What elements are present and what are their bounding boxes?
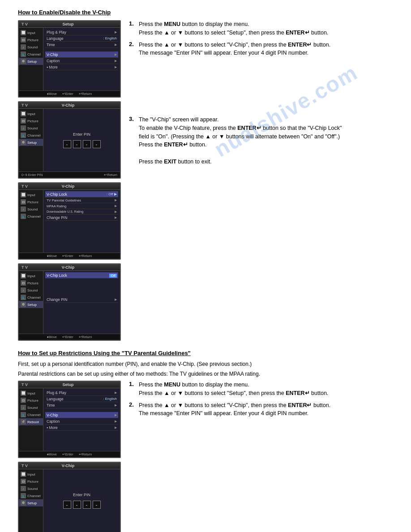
section1-title: How to Enable/Disable the V-Chip bbox=[18, 9, 393, 16]
picture-icon-pin-2: 🖼 bbox=[21, 479, 26, 484]
menu-item-more: ▪ More▶ bbox=[45, 64, 118, 70]
footer-return: ↩Return bbox=[79, 92, 92, 96]
tv-body-1: ⬜ Input 🖼 Picture ♪ Sound 📺 Channel bbox=[19, 28, 120, 90]
menu-item-plug: Plug & Play▶ bbox=[45, 29, 118, 35]
pin-box-2-2: - bbox=[73, 501, 81, 509]
sidebar-reboot-s2-1: ↺ Reboot bbox=[19, 418, 43, 425]
tv-label-2: T V bbox=[21, 103, 28, 107]
menu-more-s2: ▪ More▶ bbox=[45, 425, 118, 431]
setup-icon-pin-2: ⚙ bbox=[21, 500, 26, 506]
section2-intro2: Parental restrictions can be set up usin… bbox=[18, 371, 393, 377]
sound-icon-s2-1: ♪ bbox=[21, 405, 26, 410]
tv-screen-setup-2: T V Setup ⬜ Input 🖼 Picture ♪ So bbox=[18, 381, 121, 458]
tv-sidebar-s2-1: ⬜ Input 🖼 Picture ♪ Sound 📺 Channel bbox=[19, 388, 43, 451]
sidebar-setup-4: ⚙ Setup bbox=[19, 301, 43, 308]
footer-return-4: ↩Return bbox=[79, 335, 92, 339]
tv-label-s2-1: T V bbox=[21, 382, 28, 387]
sidebar-sound-pin-2: ♪ Sound bbox=[19, 485, 43, 492]
tv-body-vchip-off: ⬜ Input 🖼 Picture ♪ Sound 📺 Channel bbox=[19, 271, 120, 334]
tv-sidebar-vchip: ⬜ Input 🖼 Picture ♪ Sound 📺 Channel bbox=[19, 190, 43, 253]
pin-box-3: - bbox=[83, 140, 91, 148]
menu-caption-s2: Caption▶ bbox=[45, 418, 118, 425]
footer-move: ♦Move bbox=[47, 92, 57, 96]
picture-icon-3: 🖼 bbox=[21, 199, 26, 205]
step-num-1-2: 2. bbox=[129, 41, 136, 47]
reboot-icon-s2-1: ↺ bbox=[21, 419, 26, 425]
sidebar-picture-4: 🖼 Picture bbox=[19, 279, 43, 287]
sidebar-channel-2: 📺 Channel bbox=[19, 132, 43, 139]
picture-icon-s2-1: 🖼 bbox=[21, 398, 26, 403]
sidebar-setup-2: ⚙ Setup bbox=[19, 139, 43, 146]
input-icon-pin-2: ⬜ bbox=[21, 472, 26, 477]
section1-content: T V Setup ⬜ Input 🖼 Picture ♪ So bbox=[18, 20, 393, 341]
step-text-1-1: Press the MENU button to display the men… bbox=[139, 20, 328, 37]
input-icon-3: ⬜ bbox=[21, 192, 26, 197]
sidebar-picture-pin-2: 🖼 Picture bbox=[19, 478, 43, 485]
tv-label-pin-2: T V bbox=[21, 463, 28, 468]
step-1-1: 1. Press the MENU button to display the … bbox=[129, 20, 393, 37]
step-num-1-1: 1. bbox=[129, 20, 136, 27]
tv-sidebar-pin-1: ⬜ Input 🖼 Picture ♪ Sound 📺 Channel bbox=[19, 109, 43, 172]
channel-icon-2: 📺 bbox=[21, 133, 26, 138]
footer-enter: ↵Enter bbox=[62, 92, 73, 96]
tv-pin-area-2: Enter PIN - - - - bbox=[43, 469, 120, 532]
tv-screen-header-s2-1: T V Setup bbox=[19, 382, 120, 388]
picture-icon-2: 🖼 bbox=[21, 118, 26, 124]
tv-screen-setup-1: T V Setup ⬜ Input 🖼 Picture ♪ So bbox=[18, 20, 121, 98]
section1-screens: T V Setup ⬜ Input 🖼 Picture ♪ So bbox=[18, 20, 121, 341]
pin-box-2-1: - bbox=[63, 501, 71, 509]
step-num-1-3: 3. bbox=[129, 116, 136, 122]
menu-item-blank bbox=[45, 48, 118, 51]
sidebar-input-pin-2: ⬜ Input bbox=[19, 471, 43, 478]
menu-vchip-lock-off: V-Chip Lock Off bbox=[45, 272, 118, 279]
sound-icon-2: ♪ bbox=[21, 125, 26, 131]
tv-footer-1: ♦Move ↵Enter ↩Return bbox=[19, 90, 120, 97]
tv-vchip-title-2: V-Chip bbox=[28, 184, 108, 189]
tv-footer-vchip-off: ♦Move ↵Enter ↩Return bbox=[19, 334, 120, 340]
menu-change-pin: Change PIN▶ bbox=[45, 215, 118, 221]
step-2-1: 1. Press the MENU button to display the … bbox=[129, 381, 393, 398]
sidebar-input-s2-1: ⬜ Input bbox=[19, 390, 43, 397]
input-icon-s2-1: ⬜ bbox=[21, 390, 26, 396]
section2-instructions: 1. Press the MENU button to display the … bbox=[129, 381, 393, 532]
tv-screen-header-pin-1: T V V-Chip bbox=[19, 102, 120, 109]
step-text-2-1: Press the MENU button to display the men… bbox=[139, 381, 328, 398]
input-icon-4: ⬜ bbox=[21, 273, 26, 279]
enter-pin-label-2: Enter PIN bbox=[73, 493, 90, 497]
footer-return-s2-1: ↩Return bbox=[79, 452, 92, 456]
sidebar-input-4: ⬜ Input bbox=[19, 272, 43, 279]
tv-screen-header-1: T V Setup bbox=[19, 21, 120, 28]
channel-icon-pin-2: 📺 bbox=[21, 493, 26, 498]
tv-label-4: T V bbox=[21, 265, 28, 270]
channel-icon-3: 📺 bbox=[21, 214, 26, 219]
sidebar-input: ⬜ Input bbox=[19, 29, 43, 36]
menu-change-pin-2: Change PIN▶ bbox=[45, 296, 118, 303]
sidebar-setup: ⚙ Setup bbox=[19, 58, 43, 65]
sound-icon-pin-2: ♪ bbox=[21, 486, 26, 491]
pin-box-2: - bbox=[73, 140, 81, 148]
menu-time-s2: Time▶ bbox=[45, 402, 118, 408]
tv-body-pin-2: ⬜ Input 🖼 Picture ♪ Sound 📺 Channel bbox=[19, 469, 120, 532]
sidebar-channel-pin-2: 📺 Channel bbox=[19, 492, 43, 499]
tv-screen-pin-1: T V V-Chip ⬜ Input 🖼 Picture ♪ S bbox=[18, 101, 121, 179]
menu-plug-s2: Plug & Play▶ bbox=[45, 390, 118, 396]
tv-footer-vchip: ♦Move ↵Enter ↩Return bbox=[19, 253, 120, 259]
sidebar-setup-pin-2: ⚙ Setup bbox=[19, 499, 43, 506]
pin-boxes-2: - - - - bbox=[63, 501, 101, 509]
section1-instructions: 1. Press the MENU button to display the … bbox=[129, 20, 393, 341]
sidebar-channel-3: 📺 Channel bbox=[19, 213, 43, 220]
footer-return-3: ↩Return bbox=[79, 254, 92, 258]
sidebar-channel-4: 📺 Channel bbox=[19, 294, 43, 301]
tv-main-s2-1: Plug & Play▶ Language: English Time▶ V-C… bbox=[43, 388, 120, 451]
tv-label-3: T V bbox=[21, 184, 28, 189]
sidebar-picture-2: 🖼 Picture bbox=[19, 117, 43, 124]
menu-item-time: Time▶ bbox=[45, 42, 118, 48]
footer-enter-s2-1: ↵Enter bbox=[62, 452, 73, 456]
menu-vchip-s2: V-Chip▶ bbox=[45, 412, 118, 418]
footer-enter-3: ↵Enter bbox=[62, 254, 73, 258]
menu-item-caption: Caption▶ bbox=[45, 58, 118, 64]
channel-icon: 📺 bbox=[21, 51, 26, 57]
menu-blank-s2 bbox=[45, 408, 118, 412]
sidebar-channel: 📺 Channel bbox=[19, 51, 43, 58]
sidebar-picture-3: 🖼 Picture bbox=[19, 198, 43, 206]
